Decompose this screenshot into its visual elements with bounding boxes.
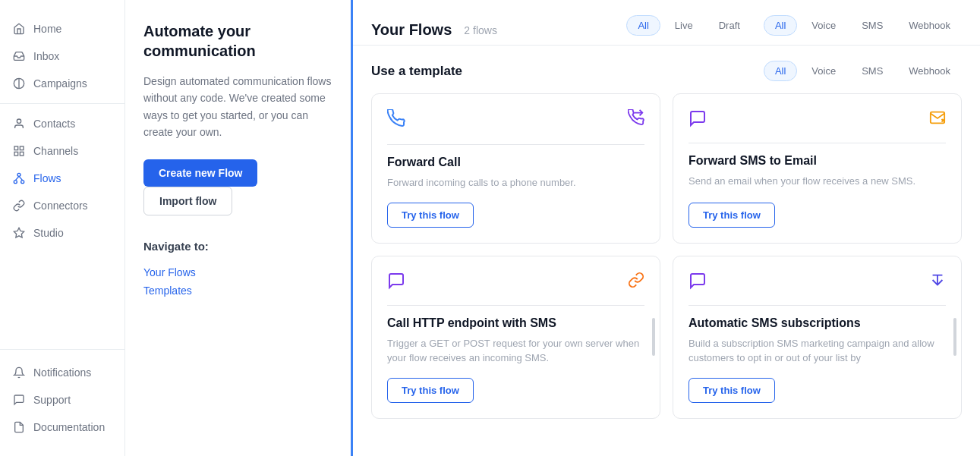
scrollbar[interactable] bbox=[953, 318, 956, 356]
template-filter-voice[interactable]: Voice bbox=[800, 61, 847, 81]
card-description: Build a subscription SMS marketing campa… bbox=[689, 336, 946, 366]
studio-icon bbox=[12, 226, 26, 240]
template-card-http-sms: Call HTTP endpoint with SMS Trigger a GE… bbox=[371, 256, 660, 419]
sidebar-item-label: Flows bbox=[33, 172, 61, 184]
svg-rect-3 bbox=[14, 146, 18, 150]
svg-point-9 bbox=[21, 181, 24, 184]
type-filter-group: All Voice SMS Webhook bbox=[764, 15, 962, 45]
card-title: Call HTTP endpoint with SMS bbox=[387, 316, 644, 330]
templates-section: Use a template All Voice SMS Webhook bbox=[353, 46, 980, 434]
sms-email-icon bbox=[929, 109, 946, 129]
template-cards-grid: Forward Call Forward incoming calls to a… bbox=[371, 93, 962, 419]
template-filter-all[interactable]: All bbox=[764, 61, 797, 81]
try-flow-button[interactable]: Try this flow bbox=[689, 203, 775, 228]
action-buttons: Create new Flow Import flow bbox=[143, 159, 332, 215]
sidebar-item-label: Inbox bbox=[33, 50, 59, 62]
sidebar-item-flows[interactable]: Flows bbox=[0, 165, 124, 192]
card-divider bbox=[689, 305, 946, 306]
templates-header: Use a template All Voice SMS Webhook bbox=[371, 61, 962, 81]
template-card-forward-call: Forward Call Forward incoming calls to a… bbox=[371, 93, 660, 244]
card-icons bbox=[387, 109, 644, 132]
notifications-icon bbox=[12, 366, 26, 379]
filter-sms[interactable]: SMS bbox=[850, 15, 894, 36]
flow-count: 2 flows bbox=[464, 24, 497, 36]
filter-live[interactable]: Live bbox=[663, 15, 704, 36]
card-icons bbox=[387, 272, 644, 293]
contacts-icon bbox=[12, 117, 26, 131]
status-filter-group: All Live Draft bbox=[626, 15, 751, 45]
card-description: Trigger a GET or POST request for your o… bbox=[387, 336, 644, 366]
scrollbar[interactable] bbox=[652, 318, 655, 356]
sidebar-item-documentation[interactable]: Documentation bbox=[0, 414, 124, 441]
sidebar-nav: Home Inbox Campaigns Contacts Channels bbox=[0, 15, 124, 343]
filter-all-type[interactable]: All bbox=[764, 15, 797, 36]
card-title: Forward SMS to Email bbox=[689, 154, 946, 168]
filter-all-status[interactable]: All bbox=[626, 15, 660, 36]
filter-draft[interactable]: Draft bbox=[707, 15, 752, 36]
phone-icon bbox=[387, 109, 405, 132]
sidebar-item-contacts[interactable]: Contacts bbox=[0, 110, 124, 137]
nav-link-your-flows[interactable]: Your Flows bbox=[143, 263, 332, 281]
documentation-icon bbox=[12, 420, 26, 434]
inbox-icon bbox=[12, 49, 26, 63]
svg-rect-5 bbox=[20, 152, 24, 156]
forward-call-icon bbox=[628, 109, 644, 129]
sidebar-item-connectors[interactable]: Connectors bbox=[0, 192, 124, 219]
import-flow-button[interactable]: Import flow bbox=[143, 187, 232, 215]
template-filter-webhook[interactable]: Webhook bbox=[897, 61, 962, 81]
sidebar-item-label: Contacts bbox=[33, 118, 75, 130]
svg-point-7 bbox=[17, 173, 20, 176]
connectors-icon bbox=[12, 199, 26, 212]
sidebar-item-label: Support bbox=[33, 394, 71, 406]
navigate-title: Navigate to: bbox=[143, 240, 332, 253]
home-icon bbox=[12, 22, 26, 36]
sidebar-item-notifications[interactable]: Notifications bbox=[0, 359, 124, 386]
sms3-icon bbox=[689, 272, 707, 293]
sms-icon bbox=[689, 109, 707, 131]
svg-rect-4 bbox=[20, 146, 24, 150]
channels-icon bbox=[12, 144, 26, 158]
svg-rect-6 bbox=[14, 152, 18, 156]
sidebar-item-campaigns[interactable]: Campaigns bbox=[0, 70, 124, 97]
nav-link-templates[interactable]: Templates bbox=[143, 281, 332, 300]
sidebar-item-support[interactable]: Support bbox=[0, 386, 124, 414]
card-icons bbox=[689, 272, 946, 293]
sidebar-item-label: Connectors bbox=[33, 200, 88, 212]
try-flow-button[interactable]: Try this flow bbox=[387, 203, 474, 228]
sidebar-item-label: Channels bbox=[33, 145, 78, 157]
sidebar-item-label: Documentation bbox=[33, 421, 105, 433]
sidebar-item-label: Campaigns bbox=[33, 77, 87, 90]
main-header: Your Flows 2 flows All Live Draft All Vo… bbox=[353, 0, 980, 46]
sidebar-item-home[interactable]: Home bbox=[0, 15, 124, 42]
sidebar-item-label: Notifications bbox=[33, 366, 91, 379]
template-filter-sms[interactable]: SMS bbox=[850, 61, 894, 81]
filter-voice[interactable]: Voice bbox=[800, 15, 847, 36]
left-panel-title: Automate your communication bbox=[143, 21, 332, 61]
flows-icon bbox=[12, 171, 26, 185]
left-panel-description: Design automated communication flows wit… bbox=[143, 73, 332, 141]
sidebar-item-label: Studio bbox=[33, 227, 64, 239]
create-flow-button[interactable]: Create new Flow bbox=[143, 159, 257, 187]
sidebar: Home Inbox Campaigns Contacts Channels bbox=[0, 0, 125, 456]
sidebar-item-studio[interactable]: Studio bbox=[0, 219, 124, 247]
card-divider bbox=[689, 143, 946, 143]
try-flow-button[interactable]: Try this flow bbox=[689, 378, 775, 403]
svg-point-8 bbox=[14, 181, 17, 184]
navigate-section: Navigate to: Your Flows Templates bbox=[143, 240, 332, 300]
sidebar-bottom: Notifications Support Documentation bbox=[0, 349, 124, 441]
sidebar-item-inbox[interactable]: Inbox bbox=[0, 42, 124, 70]
template-filter-group: All Voice SMS Webhook bbox=[764, 61, 962, 81]
left-panel: Automate your communication Design autom… bbox=[125, 0, 353, 456]
subscription-icon bbox=[929, 272, 946, 291]
sidebar-item-channels[interactable]: Channels bbox=[0, 137, 124, 165]
svg-line-10 bbox=[15, 176, 19, 180]
filter-webhook[interactable]: Webhook bbox=[897, 15, 962, 36]
page-title: Your Flows bbox=[371, 21, 452, 39]
card-description: Forward incoming calls to a phone number… bbox=[387, 175, 644, 190]
support-icon bbox=[12, 393, 26, 407]
try-flow-button[interactable]: Try this flow bbox=[387, 378, 474, 403]
main-content: Your Flows 2 flows All Live Draft All Vo… bbox=[353, 0, 980, 456]
sms2-icon bbox=[387, 272, 405, 293]
card-title: Automatic SMS subscriptions bbox=[689, 316, 946, 330]
svg-line-11 bbox=[19, 176, 23, 180]
